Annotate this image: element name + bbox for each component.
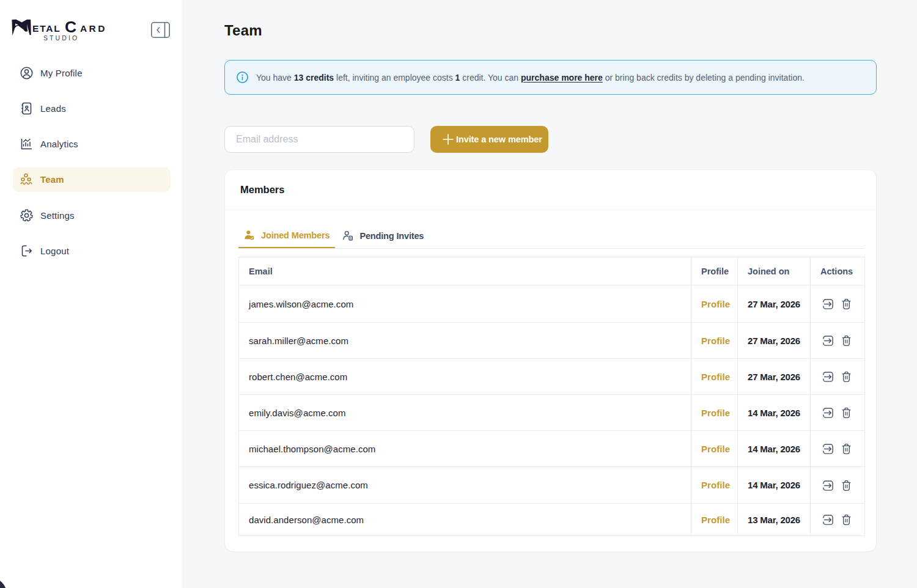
svg-text:STUDIO: STUDIO (43, 34, 79, 42)
svg-text:ETAL: ETAL (32, 23, 61, 34)
svg-text:ARD: ARD (80, 23, 107, 34)
